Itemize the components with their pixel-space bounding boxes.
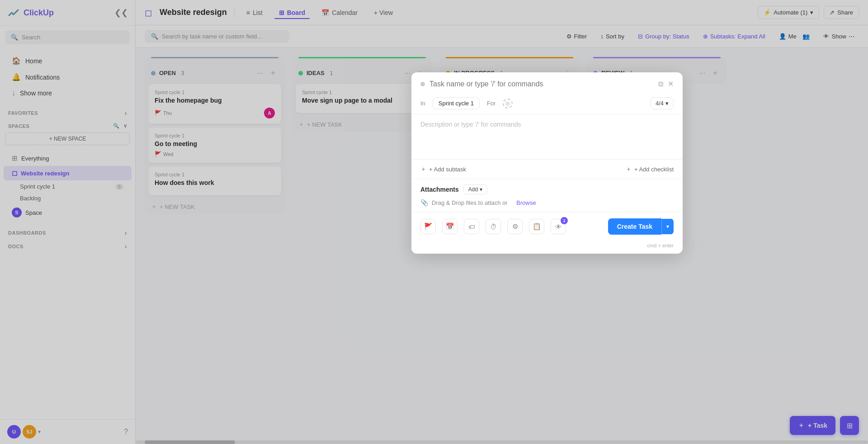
sprint-value: Sprint cycle 1 [439, 100, 474, 107]
drag-drop-label: Drag & Drop files to attach or [432, 199, 508, 206]
task-title-input[interactable] [429, 80, 654, 88]
modal-meta: In Sprint cycle 1 For ⊕ 4/4 ▾ [411, 93, 683, 114]
count-value: 4/4 [656, 100, 664, 107]
attach-add-chevron-icon: ▾ [480, 186, 482, 193]
footer-settings-icon[interactable]: ⚙ [507, 219, 523, 234]
description-placeholder: Description or type '/' for commands [420, 121, 674, 128]
modal-header-icons: ⧉ ✕ [658, 80, 674, 88]
create-task-arrow-button[interactable]: ▾ [661, 219, 674, 234]
cmd-hint: cmd + enter [647, 243, 674, 248]
footer-tag-icon[interactable]: 🏷 [464, 219, 479, 234]
footer-watcher-icon[interactable]: 👁 1 [551, 219, 566, 234]
attach-add-label: Add [468, 186, 478, 193]
modal-open-fullscreen-icon[interactable]: ⧉ [658, 80, 663, 88]
footer-timer-icon[interactable]: ⏱ [486, 219, 501, 234]
footer-template-icon[interactable]: 📋 [529, 219, 544, 234]
footer-right: Create Task ▾ [608, 218, 674, 235]
modal-status-dot [420, 82, 425, 86]
add-subtask-icon: ＋ [420, 165, 426, 173]
modal-subtask-row: ＋ + Add subtask ＋ + Add checklist [411, 160, 683, 179]
browse-link[interactable]: Browse [516, 199, 536, 206]
task-count-pill[interactable]: 4/4 ▾ [651, 97, 674, 109]
assignee-picker[interactable]: ⊕ [503, 99, 513, 109]
sprint-selector[interactable]: Sprint cycle 1 [433, 97, 480, 109]
in-label: In [420, 100, 425, 107]
add-checklist-icon: ＋ [626, 165, 632, 173]
modal-description-area[interactable]: Description or type '/' for commands [411, 114, 683, 160]
add-checklist-button[interactable]: ＋ + Add checklist [626, 165, 674, 173]
for-label: For [487, 100, 496, 107]
footer-calendar-icon[interactable]: 📅 [442, 219, 458, 234]
modal-header: ⧉ ✕ [411, 72, 683, 93]
modal-footer: 🚩 📅 🏷 ⏱ ⚙ 📋 👁 1 Create Task ▾ [411, 212, 683, 241]
create-task-modal: ⧉ ✕ In Sprint cycle 1 For ⊕ 4/4 ▾ Descri… [411, 72, 683, 254]
count-chevron-icon: ▾ [665, 100, 669, 107]
attach-header: Attachments Add ▾ [420, 184, 674, 194]
footer-icons: 🚩 📅 🏷 ⏱ ⚙ 📋 👁 1 [420, 219, 566, 234]
add-subtask-button[interactable]: ＋ + Add subtask [420, 165, 466, 173]
create-task-main-button[interactable]: Create Task [608, 218, 661, 235]
cmd-hint-area: cmd + enter [411, 241, 683, 254]
add-subtask-label: + Add subtask [429, 166, 466, 173]
assignee-icon: ⊕ [505, 100, 510, 107]
modal-close-icon[interactable]: ✕ [668, 80, 674, 88]
add-checklist-label: + Add checklist [634, 166, 674, 173]
attachments-label: Attachments [420, 186, 459, 193]
paperclip-icon: 📎 [420, 199, 428, 206]
create-task-button-group: Create Task ▾ [608, 218, 674, 235]
watcher-badge: 1 [561, 217, 568, 224]
modal-attachments: Attachments Add ▾ 📎 Drag & Drop files to… [411, 179, 683, 212]
footer-flag-icon[interactable]: 🚩 [420, 219, 436, 234]
attach-drop-area[interactable]: 📎 Drag & Drop files to attach or Browse [420, 199, 674, 206]
attach-add-button[interactable]: Add ▾ [463, 184, 487, 194]
